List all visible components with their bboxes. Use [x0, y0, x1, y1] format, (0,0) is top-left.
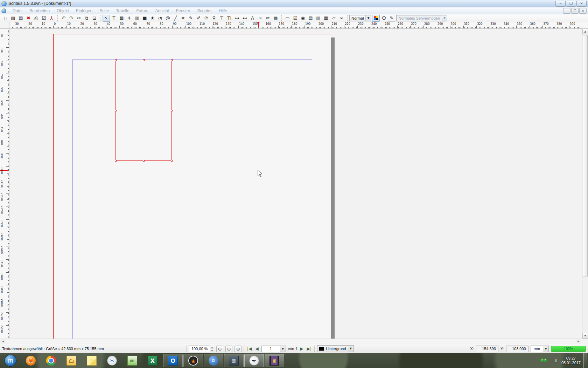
scroll-right-button[interactable]: ▶	[576, 339, 581, 344]
last-page-button[interactable]: ▶|	[306, 346, 312, 351]
tray-volume-icon[interactable]	[555, 358, 557, 363]
cut-button[interactable]: ✂	[75, 15, 83, 22]
selection-handle[interactable]	[143, 59, 145, 61]
taskbar-scribus-button[interactable]: ✒	[244, 354, 264, 367]
selection-handle[interactable]	[115, 59, 117, 61]
taskbar-notes-button[interactable]: ≡	[82, 354, 102, 367]
horizontal-scrollbar[interactable]: ◀ ▶	[0, 339, 588, 344]
insert-table-button[interactable]: ▥	[133, 15, 141, 22]
menu-datei[interactable]: Datei	[9, 8, 26, 14]
preview-mode-toggle[interactable]: ⊙	[380, 15, 387, 22]
story-editor-button[interactable]: TI	[226, 15, 233, 22]
close-document-button[interactable]: ✖	[25, 15, 32, 22]
mdi-close-button[interactable]: ✕	[579, 8, 587, 14]
taskbar-excel-button[interactable]: X	[143, 354, 162, 367]
vertical-scrollbar[interactable]: ▲ ▼	[582, 29, 588, 339]
previous-page-button[interactable]: ◀	[254, 346, 259, 351]
menu-fenster[interactable]: Fenster	[173, 8, 194, 14]
pdf-push-button[interactable]: ▭	[284, 15, 291, 22]
taskbar-clock[interactable]: 09:27 05.01.2017	[559, 356, 583, 365]
save-document-button[interactable]: ▤	[17, 15, 24, 22]
selection-handle[interactable]	[171, 110, 173, 111]
image-preview-quality-select[interactable]: Normal ▼	[349, 15, 371, 21]
chevron-down-icon[interactable]: ▼	[348, 346, 354, 352]
redo-button[interactable]: ↷	[68, 15, 75, 22]
zoom-out-button[interactable]: ⊖	[216, 346, 223, 352]
menu-einfuegen[interactable]: Einfügen	[72, 8, 96, 14]
link-text-frames-button[interactable]: ⊶	[233, 15, 241, 22]
document-canvas[interactable]	[9, 29, 582, 339]
paste-button[interactable]: ⊡	[91, 15, 98, 22]
zoom-in-button[interactable]: ⊕	[234, 346, 241, 352]
print-button[interactable]: ⎙	[33, 15, 40, 22]
menu-objekt[interactable]: Objekt	[53, 8, 72, 14]
pdf-radio-button[interactable]: ◉	[299, 15, 307, 22]
scroll-up-button[interactable]: ▲	[582, 29, 588, 34]
insert-barcode-button[interactable]: ▩	[272, 15, 279, 22]
insert-shape-button[interactable]: ■	[141, 15, 148, 22]
insert-render-frame-button[interactable]: ✳	[126, 15, 133, 22]
insert-spiral-button[interactable]: @	[164, 15, 172, 22]
menu-hilfe[interactable]: Hilfe	[215, 8, 231, 14]
vision-defect-select[interactable]: Normales Sehvermögen ▼	[396, 15, 447, 21]
taskbar-start-button[interactable]: ⊞	[1, 354, 20, 367]
spin-up-icon[interactable]: ▲	[210, 346, 214, 349]
horizontal-ruler[interactable]: -30-20-100102030405060708090100110120130…	[9, 22, 588, 28]
menu-ansicht[interactable]: Ansicht	[152, 8, 173, 14]
taskbar-media-button[interactable]: ▲	[183, 354, 203, 367]
edit-in-preview-toggle[interactable]: ✎	[388, 15, 395, 22]
zoom-tool-button[interactable]: ⚲	[210, 15, 218, 22]
selection-handle[interactable]	[171, 59, 173, 61]
preflight-verifier-button[interactable]: ☑	[40, 15, 48, 22]
selected-text-frame[interactable]	[115, 60, 172, 161]
new-document-button[interactable]: ▯	[2, 15, 9, 22]
vertical-ruler[interactable]: 0102030405060708090100110120130140150160…	[0, 29, 9, 339]
chevron-down-icon[interactable]: ▼	[280, 346, 286, 352]
taskbar-recorder-button[interactable]: ▣	[265, 354, 284, 367]
menu-scripter[interactable]: Scripter	[194, 8, 215, 14]
insert-line-button[interactable]: ╱	[172, 15, 179, 22]
selection-handle[interactable]	[115, 110, 117, 111]
unlink-text-frames-button[interactable]: ⊷	[241, 15, 248, 22]
taskbar-planner-button[interactable]: ✏	[122, 354, 142, 367]
layer-select[interactable]: Hintergrund ▼	[317, 345, 354, 352]
selection-handle[interactable]	[171, 160, 173, 162]
insert-image-frame-button[interactable]: ▦	[118, 15, 125, 22]
mdi-minimize-button[interactable]: –	[563, 8, 570, 14]
taskbar-remote-button[interactable]: ▦	[224, 354, 244, 367]
pdf-text-field-button[interactable]: ▤	[307, 15, 314, 22]
taskbar-documents-button[interactable]: ⧉	[204, 354, 223, 367]
export-pdf-button[interactable]: ⅄	[48, 15, 55, 22]
next-page-button[interactable]: ▶	[300, 346, 304, 351]
taskbar-snipping-tool-button[interactable]: ✂	[102, 354, 122, 367]
zoom-level-spinbox[interactable]: 100,00 % ▲▼	[189, 346, 214, 352]
minimize-button[interactable]: –	[555, 1, 566, 7]
taskbar-outlook-button[interactable]: O	[163, 354, 183, 367]
page-number-select[interactable]: 1 ▼	[261, 346, 286, 352]
undo-button[interactable]: ↶	[60, 15, 67, 22]
mdi-restore-button[interactable]: ❐	[571, 8, 579, 14]
measurements-button[interactable]: Λ	[249, 15, 256, 22]
insert-arc-button[interactable]: ◔	[156, 15, 164, 22]
eye-dropper-button[interactable]: ✑	[264, 15, 272, 22]
copy-item-properties-button[interactable]: ⍟	[257, 15, 264, 22]
color-management-toggle[interactable]	[372, 15, 380, 22]
insert-text-frame-button[interactable]: T	[110, 15, 118, 22]
taskbar-explorer-button[interactable]: 🗀	[62, 354, 81, 367]
open-document-button[interactable]: ▧	[9, 15, 17, 22]
ruler-origin-box[interactable]	[0, 22, 9, 28]
taskbar-chrome-button[interactable]	[41, 354, 61, 367]
pdf-list-box-button[interactable]: ▦	[322, 15, 330, 22]
pdf-text-annotation-button[interactable]: ▱	[330, 15, 337, 22]
menu-tabelle[interactable]: Tabelle	[112, 8, 133, 14]
vertical-scrollbar-thumb[interactable]	[583, 35, 588, 277]
insert-calligraphic-line-button[interactable]: ✐	[195, 15, 202, 22]
taskbar-firefox-button[interactable]: 🦊	[21, 354, 41, 367]
zoom-100-button[interactable]: ⊙	[225, 346, 232, 352]
close-button[interactable]: ✕	[576, 1, 587, 7]
selection-handle[interactable]	[143, 160, 145, 162]
menu-seite[interactable]: Seite	[96, 8, 112, 14]
edit-contents-button[interactable]: ⊤	[218, 15, 225, 22]
select-item-button[interactable]: ↖	[103, 15, 110, 22]
rotate-item-button[interactable]: ⟳	[203, 15, 210, 22]
